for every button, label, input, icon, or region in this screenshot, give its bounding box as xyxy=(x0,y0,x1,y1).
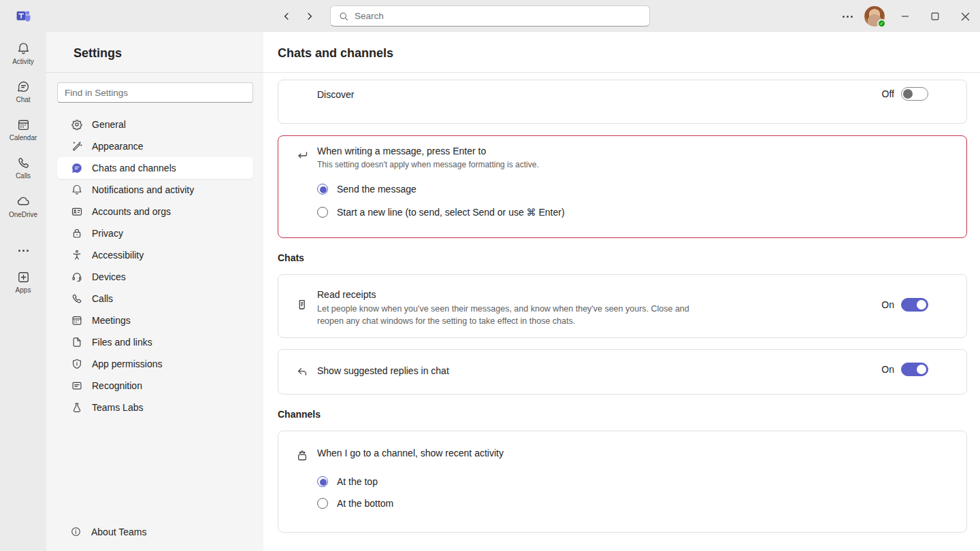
settings-title: Settings xyxy=(74,46,263,61)
search-icon xyxy=(338,11,349,22)
minimize-button[interactable] xyxy=(898,10,912,23)
chat-filled-icon xyxy=(71,162,83,174)
channel-activity-title: When I go to a channel, show recent acti… xyxy=(317,448,504,458)
rail-item-activity[interactable]: Activity xyxy=(0,41,46,80)
read-receipts-toggle[interactable] xyxy=(901,298,928,312)
channel-activity-icon xyxy=(295,449,309,463)
rail-item-chat[interactable]: Chat xyxy=(0,80,46,118)
nav-item-chats-and-channels[interactable]: Chats and channels xyxy=(57,157,253,179)
cloud-icon xyxy=(16,194,31,209)
headset-icon xyxy=(71,271,83,283)
discover-label: Discover xyxy=(317,89,354,123)
radio-option-new-line[interactable]: Start a new line (to send, select Send o… xyxy=(317,207,565,218)
teams-settings-window: ✓ Activity Chat Calendar Calls xyxy=(0,0,980,551)
user-avatar[interactable]: ✓ xyxy=(864,6,885,27)
activity-bell-icon xyxy=(16,41,31,56)
apps-icon xyxy=(16,270,31,284)
read-receipts-state-label: On xyxy=(881,299,894,310)
contact-card-icon xyxy=(71,205,83,218)
rail-item-calendar[interactable]: Calendar xyxy=(0,118,46,156)
document-icon xyxy=(71,336,83,348)
search-input[interactable] xyxy=(355,11,627,21)
radio-option-at-bottom[interactable]: At the bottom xyxy=(317,498,504,509)
nav-item-app-permissions[interactable]: App permissions xyxy=(57,353,253,375)
wand-icon xyxy=(71,140,83,152)
beaker-icon xyxy=(71,401,83,414)
lock-icon xyxy=(71,227,83,239)
page-header: Chats and channels xyxy=(263,32,980,73)
calendar-icon xyxy=(16,118,31,132)
radio-option-at-top[interactable]: At the top xyxy=(317,476,504,487)
nav-item-devices[interactable]: Devices xyxy=(57,266,253,288)
nav-item-files[interactable]: Files and links xyxy=(57,331,253,353)
rail-item-onedrive[interactable]: OneDrive xyxy=(0,194,46,232)
rail-more-icon[interactable] xyxy=(18,241,29,259)
gear-icon xyxy=(71,118,83,131)
note-icon xyxy=(71,380,83,392)
suggested-replies-toggle[interactable] xyxy=(901,363,928,376)
title-bar: ✓ xyxy=(0,0,980,32)
nav-item-calls[interactable]: Calls xyxy=(57,288,253,310)
enter-behavior-card: When writing a message, press Enter to T… xyxy=(278,135,967,238)
teams-logo-icon xyxy=(16,8,31,24)
settings-content: Chats and channels Discover Off When wri… xyxy=(263,32,980,551)
about-teams[interactable]: About Teams xyxy=(46,526,263,537)
global-search[interactable] xyxy=(330,5,650,27)
enter-setting-title: When writing a message, press Enter to xyxy=(317,146,565,156)
channels-section-header: Channels xyxy=(278,410,967,419)
read-receipts-description: Let people know when you've seen their m… xyxy=(317,303,710,327)
find-in-settings-input[interactable] xyxy=(57,82,253,103)
suggested-replies-card: Show suggested replies in chat On xyxy=(278,349,967,395)
radio-unselected-icon[interactable] xyxy=(317,498,328,509)
phone-icon xyxy=(16,156,31,170)
calendar-icon xyxy=(71,314,83,327)
channel-activity-card: When I go to a channel, show recent acti… xyxy=(278,431,967,533)
forward-button[interactable] xyxy=(302,9,317,24)
rail-item-apps[interactable]: Apps xyxy=(0,270,46,308)
radio-unselected-icon[interactable] xyxy=(317,207,328,218)
chat-icon xyxy=(16,80,31,94)
shield-icon xyxy=(71,358,83,370)
page-title: Chats and channels xyxy=(278,46,980,61)
radio-selected-icon[interactable] xyxy=(317,476,328,487)
nav-item-privacy[interactable]: Privacy xyxy=(57,222,253,244)
nav-item-accessibility[interactable]: Accessibility xyxy=(57,244,253,266)
settings-header: Settings xyxy=(46,32,263,73)
chats-section-header: Chats xyxy=(278,253,967,263)
settings-sidebar: Settings General Appearance Chats and ch… xyxy=(46,32,263,551)
read-receipts-icon xyxy=(295,298,309,312)
discover-card: Discover Off xyxy=(278,80,967,124)
settings-nav: General Appearance Chats and channels No… xyxy=(57,114,253,418)
reply-arrow-icon xyxy=(295,365,309,379)
nav-item-accounts[interactable]: Accounts and orgs xyxy=(57,201,253,222)
nav-item-teams-labs[interactable]: Teams Labs xyxy=(57,397,253,418)
accessibility-person-icon xyxy=(71,249,83,261)
rail-item-calls[interactable]: Calls xyxy=(0,156,46,194)
suggested-replies-state-label: On xyxy=(881,364,894,375)
nav-item-general[interactable]: General xyxy=(57,114,253,135)
more-options-icon[interactable] xyxy=(840,10,855,22)
nav-item-notifications[interactable]: Notifications and activity xyxy=(57,179,253,201)
close-button[interactable] xyxy=(958,10,972,23)
bell-icon xyxy=(71,184,83,196)
phone-icon xyxy=(71,293,83,305)
radio-option-send-message[interactable]: Send the message xyxy=(317,184,565,195)
suggested-replies-title: Show suggested replies in chat xyxy=(317,365,449,394)
back-button[interactable] xyxy=(279,9,294,24)
enter-key-icon xyxy=(295,148,309,162)
enter-setting-subtitle: This setting doesn't apply when message … xyxy=(317,160,565,169)
status-available-icon: ✓ xyxy=(877,19,886,28)
discover-state-label: Off xyxy=(882,88,894,99)
read-receipts-card: Read receipts Let people know when you'v… xyxy=(278,274,967,338)
maximize-button[interactable] xyxy=(928,10,942,23)
nav-item-appearance[interactable]: Appearance xyxy=(57,135,253,157)
app-rail: Activity Chat Calendar Calls OneDrive Ap… xyxy=(0,32,46,551)
info-icon xyxy=(70,526,82,537)
nav-item-recognition[interactable]: Recognition xyxy=(57,375,253,397)
radio-selected-icon[interactable] xyxy=(317,184,328,195)
read-receipts-title: Read receipts xyxy=(317,289,710,300)
discover-toggle[interactable] xyxy=(901,87,928,101)
nav-item-meetings[interactable]: Meetings xyxy=(57,310,253,331)
